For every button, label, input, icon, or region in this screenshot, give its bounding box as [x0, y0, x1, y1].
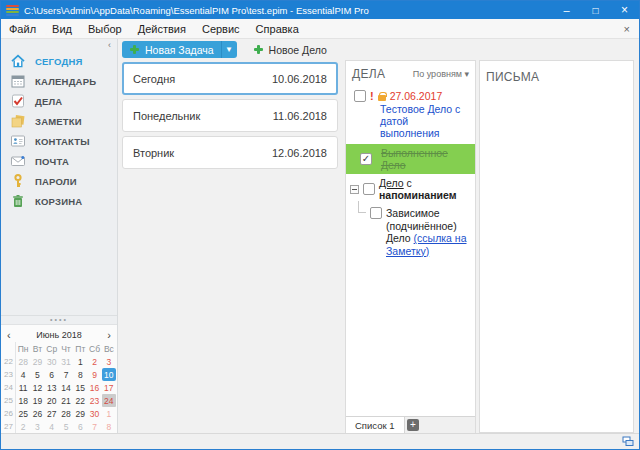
calendar-day[interactable]: 4 [45, 420, 59, 433]
minimize-button[interactable]: – [552, 1, 581, 19]
sidebar-item-label: СЕГОДНЯ [35, 56, 83, 67]
sort-by-levels-dropdown[interactable]: По уровням ▾ [413, 69, 469, 79]
calendar-day[interactable]: 14 [59, 381, 73, 394]
calendar-day[interactable]: 20 [45, 394, 59, 407]
calendar-day[interactable]: 23 [87, 394, 101, 407]
task-item-reminder[interactable]: Дело с напоминанием [346, 176, 475, 204]
today-list-item[interactable]: Вторник 12.06.2018 [122, 136, 338, 169]
task-title: Зависимое (подчинённое) Дело (ссылка на … [386, 207, 469, 257]
plus-icon [129, 44, 140, 55]
calendar-day[interactable]: 8 [73, 368, 87, 381]
sync-icon[interactable] [622, 433, 634, 450]
calendar-prev-button[interactable]: ‹ [7, 330, 19, 340]
calendar-next-button[interactable]: › [99, 330, 111, 340]
task-due-date: 27.06.2017 [390, 90, 443, 102]
calendar-day[interactable]: 10 [102, 368, 116, 381]
calendar-day[interactable]: 29 [73, 407, 87, 420]
calendar-day[interactable]: 31 [59, 355, 73, 368]
sidebar-item-дела[interactable]: ДЕЛА [1, 91, 117, 111]
sidebar-item-корзина[interactable]: КОРЗИНА [1, 191, 117, 211]
calendar-day[interactable]: 28 [16, 355, 30, 368]
task-checkbox-checked[interactable]: ✓ [360, 153, 372, 165]
sidebar-item-календарь[interactable]: КАЛЕНДАРЬ [1, 71, 117, 91]
calendar-day[interactable]: 13 [45, 381, 59, 394]
sidebar-splitter-handle[interactable]: •••• [1, 315, 117, 324]
menubar-close-icon[interactable]: × [615, 23, 639, 35]
calendar-day[interactable]: 21 [59, 394, 73, 407]
trash-icon [10, 193, 26, 209]
menu-файл[interactable]: Файл [1, 19, 44, 38]
task-item-completed[interactable]: ✓ Выполненное Дело [346, 144, 475, 174]
calendar-day[interactable]: 6 [73, 420, 87, 433]
calendar-day[interactable]: 4 [16, 368, 30, 381]
calendar-day[interactable]: 2 [87, 355, 101, 368]
calendar-day[interactable]: 9 [87, 368, 101, 381]
task-checkbox[interactable] [354, 90, 366, 102]
calendar-day[interactable]: 30 [87, 407, 101, 420]
calendar-day[interactable]: 5 [59, 420, 73, 433]
task-item-overdue[interactable]: ! 27.06.2017 Тестовое Дело с датой выпол… [346, 89, 475, 142]
add-list-button[interactable]: + [405, 417, 422, 433]
today-list-item[interactable]: Сегодня 10.06.2018 [122, 62, 338, 95]
new-task-button[interactable]: Новая Задача ▼ [122, 41, 237, 58]
calendar-day[interactable]: 28 [59, 407, 73, 420]
maximize-button[interactable]: □ [581, 1, 610, 19]
calendar-day[interactable]: 30 [45, 355, 59, 368]
calendar-day[interactable]: 25 [16, 407, 30, 420]
tasks-panel-title: ДЕЛА [352, 67, 385, 81]
menu-сервис[interactable]: Сервис [194, 19, 248, 38]
collapse-expander-icon[interactable] [350, 185, 359, 194]
titlebar: C:\Users\Admin\AppData\Roaming\Essential… [1, 1, 639, 19]
menu-выбор[interactable]: Выбор [80, 19, 130, 38]
calendar-day[interactable]: 11 [16, 381, 30, 394]
calendar-day[interactable]: 3 [102, 355, 116, 368]
sidebar-collapse-button[interactable]: ‹ [108, 40, 111, 50]
menu-справка[interactable]: Справка [248, 19, 307, 38]
calendar-day[interactable]: 7 [87, 420, 101, 433]
calendar-day[interactable]: 19 [30, 394, 44, 407]
calendar-day[interactable]: 22 [73, 394, 87, 407]
calendar-day[interactable]: 24 [102, 394, 116, 407]
calendar-day[interactable]: 18 [16, 394, 30, 407]
mail-panel-title: ПИСЬМА [486, 70, 539, 84]
calendar-day[interactable]: 29 [30, 355, 44, 368]
sidebar-item-почта[interactable]: ПОЧТА [1, 151, 117, 171]
calendar-day[interactable]: 15 [73, 381, 87, 394]
lock-icon [378, 95, 386, 101]
task-checkbox[interactable] [370, 207, 382, 219]
sidebar-item-сегодня[interactable]: СЕГОДНЯ [1, 51, 117, 71]
tasks-icon [10, 93, 26, 109]
task-checkbox[interactable] [363, 183, 375, 195]
menu-действия[interactable]: Действия [130, 19, 194, 38]
sidebar-item-label: ПОЧТА [35, 156, 69, 167]
sidebar-item-пароли[interactable]: ПАРОЛИ [1, 171, 117, 191]
tab-list-1[interactable]: Список 1 [346, 417, 405, 433]
day-name: Сегодня [133, 73, 175, 85]
calendar-icon [10, 73, 26, 89]
calendar-day[interactable]: 2 [16, 420, 30, 433]
task-item-subtask[interactable]: Зависимое (подчинённое) Дело (ссылка на … [346, 206, 475, 260]
close-button[interactable]: × [610, 1, 639, 19]
calendar-day[interactable]: 6 [45, 368, 59, 381]
calendar-day[interactable]: 8 [102, 420, 116, 433]
calendar-day[interactable]: 1 [102, 407, 116, 420]
tasks-list: ! 27.06.2017 Тестовое Дело с датой выпол… [346, 89, 475, 416]
calendar-day[interactable]: 26 [30, 407, 44, 420]
calendar-day[interactable]: 12 [30, 381, 44, 394]
week-number: 23 [2, 368, 16, 381]
new-item-button[interactable]: Новое Дело [247, 41, 333, 58]
calendar-day[interactable]: 17 [102, 381, 116, 394]
calendar-day[interactable]: 1 [73, 355, 87, 368]
today-list-item[interactable]: Понедельник 11.06.2018 [122, 99, 338, 132]
sidebar-item-контакты[interactable]: КОНТАКТЫ [1, 131, 117, 151]
new-task-dropdown-button[interactable]: ▼ [221, 41, 237, 58]
menu-вид[interactable]: Вид [44, 19, 80, 38]
sidebar-item-заметки[interactable]: ЗАМЕТКИ [1, 111, 117, 131]
calendar-day[interactable]: 27 [45, 407, 59, 420]
calendar-day[interactable]: 3 [30, 420, 44, 433]
calendar-day[interactable]: 5 [30, 368, 44, 381]
day-name: Вторник [133, 147, 174, 159]
calendar-day[interactable]: 7 [59, 368, 73, 381]
calendar-day[interactable]: 16 [87, 381, 101, 394]
task-title: Выполненное Дело [381, 147, 469, 171]
